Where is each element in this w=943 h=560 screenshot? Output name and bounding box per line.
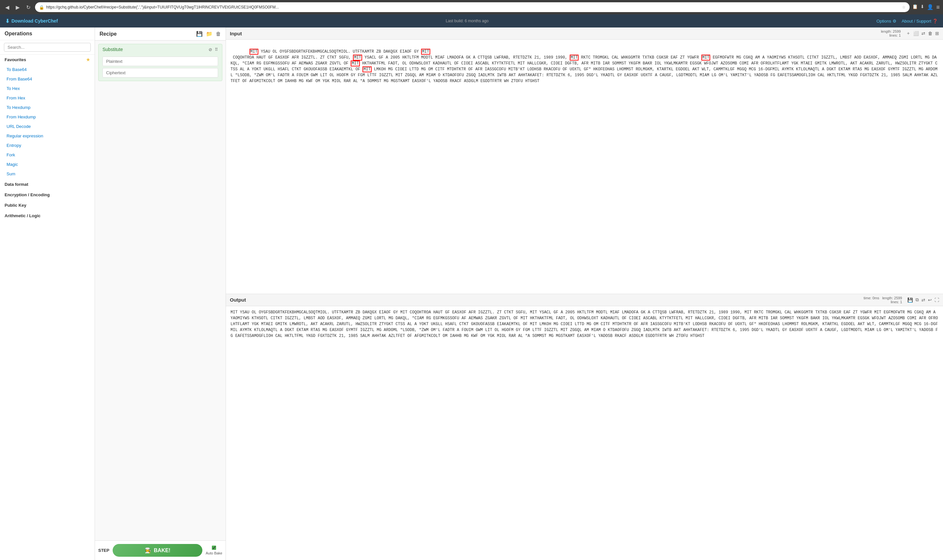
input-highlight-mit-1: MIT (250, 49, 259, 55)
sidebar-search-area (0, 40, 95, 55)
input-clear-button[interactable]: 🗑 (928, 31, 932, 36)
output-to-input-button[interactable]: ⇄ (921, 297, 925, 303)
download-icon[interactable]: ⬇ (920, 4, 924, 11)
input-length-label: length: (881, 29, 892, 33)
data-format-section: Data format (0, 178, 95, 189)
sidebar-item-url-decode[interactable]: URL Decode (0, 122, 95, 131)
input-highlight-mit-7: MIT (363, 66, 372, 72)
sidebar-content: Favourites ★ To Base64 From Base64 To He… (0, 55, 95, 560)
sidebar-item-to-hexdump[interactable]: To Hexdump (0, 103, 95, 112)
sidebar-item-magic[interactable]: Magic (0, 160, 95, 169)
ciphertext-input[interactable] (102, 68, 218, 77)
sidebar-item-to-base64[interactable]: To Base64 (0, 65, 95, 74)
nav-back-button[interactable]: ◀ (3, 4, 11, 11)
recipe-footer: STEP 🧑‍🍳 BAKE! Auto Bake (95, 540, 225, 560)
sidebar-item-from-hex[interactable]: From Hex (0, 93, 95, 103)
search-input[interactable] (4, 43, 91, 52)
nav-forward-button[interactable]: ▶ (14, 4, 22, 11)
data-format-header[interactable]: Data format (0, 178, 95, 189)
input-section: Input length: 2599 lines: 1 ＋ ⬜ ⇄ 🗑 ⊞ (226, 28, 943, 294)
output-lines-label: lines: (891, 300, 899, 304)
sidebar-item-from-hexdump[interactable]: From Hexdump (0, 112, 95, 122)
download-cyberchef-icon: ⬇ (5, 18, 9, 24)
arithmetic-logic-section: Arithmetic / Logic (0, 210, 95, 220)
auto-bake-checkbox[interactable] (212, 546, 216, 550)
bake-icon: 🧑‍🍳 (145, 547, 151, 554)
input-panel-header: Input length: 2599 lines: 1 ＋ ⬜ ⇄ 🗑 ⊞ (226, 28, 943, 40)
input-highlight-mit-3: MIT (353, 55, 362, 60)
input-actions: ＋ ⬜ ⇄ 🗑 ⊞ (906, 31, 939, 36)
bake-button[interactable]: 🧑‍🍳 BAKE! (113, 544, 202, 557)
input-new-tab-button[interactable]: ⬜ (913, 31, 919, 36)
output-length: 2599 (894, 296, 902, 300)
extension-icon[interactable]: 📋 (912, 4, 918, 11)
recipe-panel: Recipe 💾 📁 🗑 Substitute ⊘ ⠿ (95, 28, 226, 560)
recipe-op-title: Substitute (102, 47, 123, 52)
bake-label: BAKE! (154, 548, 171, 554)
app-title-area: ⬇ Download CyberChef (5, 18, 58, 24)
sidebar-item-regex[interactable]: Regular expression (0, 131, 95, 141)
output-fullscreen-button[interactable]: ⛶ (934, 297, 939, 303)
output-actions: 💾 ⧉ ⇄ ↩ ⛶ (907, 297, 939, 303)
input-meta: length: 2599 lines: 1 (881, 29, 901, 37)
options-button[interactable]: Options ⚙ (877, 18, 897, 23)
move-op-button[interactable]: ⠿ (215, 47, 218, 52)
output-section: Output time: 0ms length: 2599 lines: 1 💾… (226, 294, 943, 560)
browser-actions: 📋 ⬇ 👤 ≡ (912, 4, 940, 11)
output-text-area: MIT YSAU OL OYGFSBDGRTKFEKBHMGCALSOQTMIO… (226, 306, 943, 560)
input-layout-button[interactable]: ⊞ (935, 31, 939, 36)
plaintext-input[interactable] (102, 57, 218, 66)
output-time-label: time: (864, 296, 872, 300)
input-title: Input (230, 31, 242, 36)
load-recipe-button[interactable]: 📁 (206, 31, 213, 37)
input-highlight-mit-6: MIT (351, 60, 360, 66)
recipe-op-header[interactable]: Substitute ⊘ ⠿ (99, 44, 222, 55)
save-recipe-button[interactable]: 💾 (196, 31, 203, 37)
public-key-header[interactable]: Public Key (0, 200, 95, 210)
main-layout: Operations Favourites ★ To Base64 From B… (0, 28, 943, 560)
recipe-header: Recipe 💾 📁 🗑 (95, 28, 225, 40)
output-undo-button[interactable]: ↩ (928, 297, 932, 303)
star-icon: ★ (86, 57, 90, 62)
recipe-op-body (99, 55, 222, 81)
auto-bake-container: Auto Bake (205, 546, 222, 555)
recipe-content: Substitute ⊘ ⠿ (95, 40, 225, 540)
output-title: Output (230, 297, 246, 303)
encryption-encoding-header[interactable]: Encryption / Encoding (0, 189, 95, 200)
question-icon: ❓ (932, 18, 938, 23)
menu-icon[interactable]: ≡ (936, 4, 940, 11)
favourites-section: Favourites ★ To Base64 From Base64 To He… (0, 55, 95, 178)
profile-icon[interactable]: 👤 (927, 4, 934, 11)
favourites-header[interactable]: Favourites ★ (0, 55, 95, 65)
gear-icon: ⚙ (892, 18, 897, 23)
disable-op-button[interactable]: ⊘ (208, 47, 212, 52)
input-highlight-mit-5: MIT (701, 55, 710, 60)
recipe-operation-substitute: Substitute ⊘ ⠿ (98, 44, 222, 81)
output-panel-header: Output time: 0ms length: 2599 lines: 1 💾… (226, 294, 943, 306)
auto-bake-label: Auto Bake (205, 551, 222, 555)
input-swap-button[interactable]: ⇄ (921, 31, 925, 36)
star-icon[interactable]: ☆ (902, 5, 906, 9)
auto-bake-checkbox-container (212, 546, 216, 550)
app-title[interactable]: Download CyberChef (11, 18, 58, 23)
about-support-button[interactable]: About / Support ❓ (902, 18, 938, 23)
arithmetic-logic-header[interactable]: Arithmetic / Logic (0, 210, 95, 220)
sidebar-item-entropy[interactable]: Entropy (0, 141, 95, 150)
sidebar-item-to-hex[interactable]: To Hex (0, 84, 95, 93)
output-save-button[interactable]: 💾 (907, 297, 913, 303)
input-text-area[interactable]: MIT YSAU OL OYGFSBDGRTKFEKBHMGCALSOQTMIO… (226, 40, 943, 294)
input-add-button[interactable]: ＋ (906, 31, 911, 36)
url-text: https://gchq.github.io/CyberChef/#recipe… (46, 5, 900, 9)
nav-reload-button[interactable]: ↻ (24, 4, 32, 11)
output-time: 0ms (872, 296, 879, 300)
build-info: Last build: 6 months ago (446, 18, 489, 23)
sidebar-item-fork[interactable]: Fork (0, 150, 95, 160)
url-bar[interactable]: 🔒 https://gchq.github.io/CyberChef/#reci… (35, 2, 910, 12)
public-key-section: Public Key (0, 200, 95, 210)
input-length: 2599 (893, 29, 901, 33)
browser-chrome: ◀ ▶ ↻ 🔒 https://gchq.github.io/CyberChef… (0, 0, 943, 14)
output-copy-button[interactable]: ⧉ (915, 297, 919, 303)
clear-recipe-button[interactable]: 🗑 (216, 31, 221, 37)
sidebar-item-from-base64[interactable]: From Base64 (0, 74, 95, 84)
sidebar-item-sum[interactable]: Sum (0, 169, 95, 178)
